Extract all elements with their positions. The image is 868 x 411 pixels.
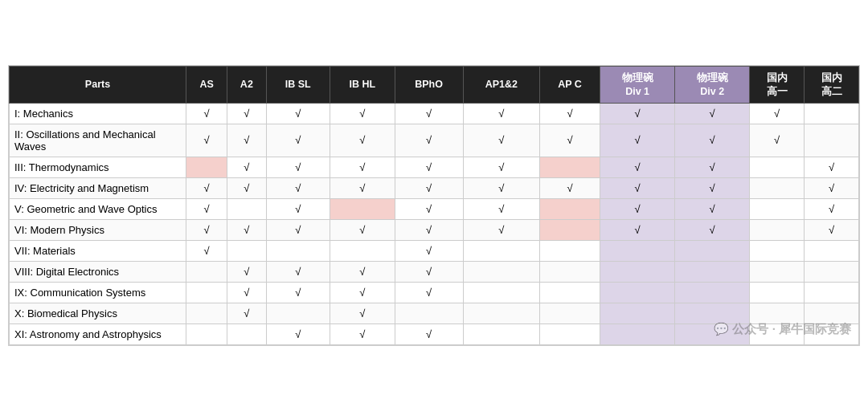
checkmark: √ [295, 108, 301, 120]
cell-r8-c2: √ [266, 282, 330, 303]
part-label: VII: Materials [10, 240, 186, 261]
column-header-4: IB HL [330, 67, 395, 104]
checkmark: √ [244, 266, 249, 278]
checkmark: √ [426, 287, 432, 299]
cell-r3-c1: √ [227, 177, 266, 198]
checkmark: √ [295, 224, 301, 236]
cell-r6-c6 [540, 240, 600, 261]
column-header-9: 物理碗Div 2 [675, 67, 750, 104]
cell-r4-c6 [540, 198, 600, 219]
checkmark: √ [426, 108, 432, 120]
cell-r9-c4 [395, 303, 463, 324]
checkmark: √ [426, 134, 432, 146]
column-header-2: A2 [227, 67, 266, 104]
checkmark: √ [426, 182, 432, 194]
column-header-1: AS [186, 67, 227, 104]
table-row: II: Oscillations and Mechanical Waves√√√… [10, 124, 859, 157]
cell-r10-c2: √ [266, 324, 330, 344]
cell-r1-c2: √ [266, 124, 330, 157]
cell-r9-c2 [266, 303, 330, 324]
cell-r9-c7 [600, 303, 675, 324]
cell-r3-c9 [750, 177, 805, 198]
cell-r9-c0 [186, 303, 227, 324]
column-header-8: 物理碗Div 1 [600, 67, 675, 104]
checkmark: √ [635, 224, 641, 236]
cell-r6-c9 [750, 240, 805, 261]
cell-r6-c1 [227, 240, 266, 261]
checkmark: √ [204, 108, 210, 120]
table-row: VII: Materials√√ [10, 240, 859, 261]
cell-r7-c5 [463, 261, 540, 282]
checkmark: √ [710, 161, 715, 173]
cell-r0-c0: √ [186, 103, 227, 124]
cell-r9-c9 [750, 303, 805, 324]
part-label: IX: Communication Systems [10, 282, 186, 303]
table-row: IV: Electricity and Magnetism√√√√√√√√√√ [10, 177, 859, 198]
cell-r7-c6 [540, 261, 600, 282]
cell-r0-c8: √ [675, 103, 750, 124]
cell-r0-c5: √ [463, 103, 540, 124]
column-header-10: 国内高一 [750, 67, 805, 104]
cell-r1-c7: √ [600, 124, 675, 157]
cell-r8-c0 [186, 282, 227, 303]
cell-r10-c7 [600, 324, 675, 344]
checkmark: √ [244, 134, 249, 146]
cell-r7-c10 [805, 261, 859, 282]
cell-r6-c10 [805, 240, 859, 261]
table-row: VI: Modern Physics√√√√√√√√√ [10, 219, 859, 240]
table-row: I: Mechanics√√√√√√√√√√ [10, 103, 859, 124]
cell-r6-c5 [463, 240, 540, 261]
cell-r7-c2: √ [266, 261, 330, 282]
cell-r9-c5 [463, 303, 540, 324]
checkmark: √ [426, 161, 432, 173]
checkmark: √ [295, 287, 301, 299]
cell-r0-c4: √ [395, 103, 463, 124]
table-row: X: Biomedical Physics√√ [10, 303, 859, 324]
cell-r8-c10 [805, 282, 859, 303]
checkmark: √ [426, 266, 432, 278]
column-header-11: 国内高二 [805, 67, 859, 104]
cell-r1-c5: √ [463, 124, 540, 157]
cell-r10-c5 [463, 324, 540, 344]
cell-r2-c5: √ [463, 157, 540, 177]
cell-r8-c7 [600, 282, 675, 303]
checkmark: √ [635, 203, 641, 215]
cell-r3-c6: √ [540, 177, 600, 198]
part-label: II: Oscillations and Mechanical Waves [10, 124, 186, 157]
column-header-3: IB SL [266, 67, 330, 104]
table-row: III: Thermodynamics√√√√√√√√ [10, 157, 859, 177]
cell-r4-c2: √ [266, 198, 330, 219]
cell-r10-c9 [750, 324, 805, 344]
cell-r9-c1: √ [227, 303, 266, 324]
column-header-6: AP1&2 [463, 67, 540, 104]
checkmark: √ [204, 182, 210, 194]
cell-r0-c9: √ [750, 103, 805, 124]
table-row: VIII: Digital Electronics√√√√ [10, 261, 859, 282]
cell-r6-c0: √ [186, 240, 227, 261]
cell-r6-c8 [675, 240, 750, 261]
cell-r9-c3: √ [330, 303, 395, 324]
checkmark: √ [498, 134, 504, 146]
cell-r8-c8 [675, 282, 750, 303]
checkmark: √ [244, 307, 249, 319]
cell-r0-c10 [805, 103, 859, 124]
cell-r2-c1: √ [227, 157, 266, 177]
cell-r2-c3: √ [330, 157, 395, 177]
checkmark: √ [426, 224, 432, 236]
cell-r5-c9 [750, 219, 805, 240]
cell-r3-c10: √ [805, 177, 859, 198]
cell-r4-c9 [750, 198, 805, 219]
part-label: VIII: Digital Electronics [10, 261, 186, 282]
cell-r5-c0: √ [186, 219, 227, 240]
cell-r10-c1 [227, 324, 266, 344]
checkmark: √ [426, 203, 432, 215]
part-label: X: Biomedical Physics [10, 303, 186, 324]
checkmark: √ [710, 108, 715, 120]
checkmark: √ [635, 108, 641, 120]
cell-r3-c5: √ [463, 177, 540, 198]
cell-r1-c9: √ [750, 124, 805, 157]
cell-r2-c2: √ [266, 157, 330, 177]
part-label: I: Mechanics [10, 103, 186, 124]
table-row: IX: Communication Systems√√√√ [10, 282, 859, 303]
cell-r10-c4: √ [395, 324, 463, 344]
